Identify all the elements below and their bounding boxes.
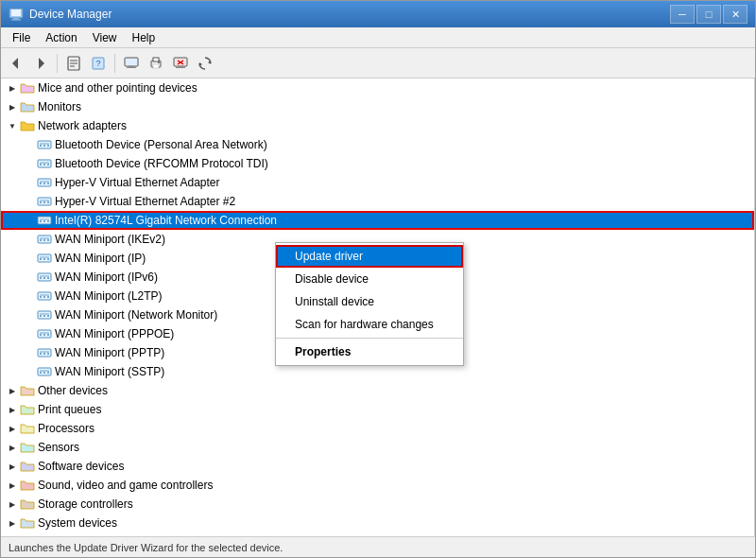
svg-marker-27 (199, 62, 202, 66)
svg-point-51 (43, 220, 45, 222)
svg-marker-4 (12, 58, 18, 69)
maximize-button[interactable]: □ (696, 5, 721, 24)
tree-item-print[interactable]: ▶ Print queues (1, 400, 754, 419)
menu-item-file[interactable]: File (5, 29, 38, 46)
expander-network[interactable]: ▼ (5, 118, 20, 133)
tree-item-hyper2[interactable]: Hyper-V Virtual Ethernet Adapter #2 (1, 192, 754, 211)
device-tree[interactable]: ▶ Mice and other pointing devices▶ Monit… (1, 78, 755, 536)
tree-item-processors[interactable]: ▶ Processors (1, 419, 754, 438)
menu-item-action[interactable]: Action (38, 29, 84, 46)
context-menu-item-disable[interactable]: Disable device (276, 268, 463, 290)
svg-rect-3 (11, 20, 21, 21)
svg-rect-24 (178, 66, 183, 67)
context-menu-item-uninstall[interactable]: Uninstall device (276, 290, 463, 313)
label-wan8: WAN Miniport (SSTP) (55, 365, 164, 378)
icon-intel (37, 213, 52, 228)
label-hyper1: Hyper-V Virtual Ethernet Adapter (55, 176, 220, 189)
svg-point-31 (43, 145, 45, 147)
expander-sensors[interactable]: ▶ (5, 440, 20, 455)
svg-point-86 (43, 353, 45, 355)
print-button[interactable] (145, 52, 167, 75)
svg-point-77 (47, 315, 49, 317)
close-button[interactable]: ✕ (723, 5, 747, 24)
icon-software (20, 459, 35, 474)
expander-processors[interactable]: ▶ (5, 421, 20, 436)
svg-point-42 (47, 183, 49, 184)
svg-point-71 (43, 296, 45, 298)
icon-wan3 (37, 270, 52, 285)
device-icon-button[interactable] (120, 52, 143, 75)
tree-item-intel[interactable]: Intel(R) 82574L Gigabit Network Connecti… (1, 211, 754, 230)
toolbar-sep-1 (57, 54, 58, 73)
expander-software[interactable]: ▶ (5, 459, 20, 474)
tree-item-software[interactable]: ▶ Software devices (1, 457, 754, 476)
context-menu-item-properties[interactable]: Properties (276, 340, 463, 363)
svg-point-57 (47, 239, 49, 241)
tree-item-bluetooth1[interactable]: Bluetooth Device (Personal Area Network) (1, 135, 754, 154)
svg-point-72 (47, 296, 49, 298)
context-menu-item-update[interactable]: Update driver (276, 245, 463, 268)
label-wan6: WAN Miniport (PPPOE) (55, 327, 174, 340)
svg-point-90 (40, 372, 42, 374)
properties-button[interactable] (62, 52, 85, 75)
svg-point-37 (47, 164, 49, 166)
icon-usb (20, 534, 35, 536)
icon-wan7 (37, 345, 52, 360)
svg-point-81 (43, 334, 45, 336)
back-button[interactable] (5, 52, 27, 75)
context-menu-item-scan[interactable]: Scan for hardware changes (276, 313, 463, 336)
expander-usb[interactable]: ▶ (5, 534, 20, 536)
expander-system[interactable]: ▶ (5, 515, 20, 531)
tree-item-storage[interactable]: ▶ Storage controllers (1, 495, 754, 514)
icon-wan5 (37, 307, 52, 323)
svg-point-91 (43, 372, 45, 374)
tree-item-bluetooth2[interactable]: Bluetooth Device (RFCOMM Protocol TDI) (1, 154, 754, 173)
toolbar-sep-2 (114, 54, 115, 73)
expander-other[interactable]: ▶ (5, 383, 20, 398)
label-processors: Processors (38, 422, 94, 435)
expander-storage[interactable]: ▶ (5, 497, 20, 512)
label-bluetooth1: Bluetooth Device (Personal Area Network) (55, 138, 267, 151)
expander-sound[interactable]: ▶ (5, 478, 20, 493)
tree-item-usb[interactable]: ▶ Universal Serial Bus controllers (1, 532, 754, 536)
svg-rect-13 (126, 59, 137, 65)
tree-item-sensors[interactable]: ▶ Sensors (1, 438, 754, 457)
expander-mice[interactable]: ▶ (5, 80, 20, 96)
tree-item-hyper1[interactable]: Hyper-V Virtual Ethernet Adapter (1, 173, 754, 192)
label-wan3: WAN Miniport (IPv6) (55, 270, 158, 284)
icon-wan2 (37, 251, 52, 266)
icon-sensors (20, 440, 35, 455)
icon-network (20, 118, 35, 133)
expander-print[interactable]: ▶ (5, 402, 20, 417)
delete-button[interactable] (169, 52, 192, 75)
window-icon (9, 7, 24, 22)
tree-item-monitors[interactable]: ▶ Monitors (1, 97, 754, 116)
svg-point-46 (43, 201, 45, 203)
tree-item-network[interactable]: ▼ Network adapters (1, 116, 754, 135)
svg-point-82 (47, 334, 49, 336)
update-driver-button[interactable]: ? (87, 52, 110, 75)
icon-hyper1 (37, 175, 52, 190)
tree-item-system[interactable]: ▶ System devices (1, 514, 754, 532)
context-menu-separator (276, 338, 463, 339)
tree-item-mice[interactable]: ▶ Mice and other pointing devices (1, 78, 754, 97)
forward-button[interactable] (29, 52, 52, 75)
svg-point-62 (47, 258, 49, 260)
label-sensors: Sensors (38, 441, 79, 454)
svg-point-70 (40, 296, 42, 298)
tree-item-sound[interactable]: ▶ Sound, video and game controllers (1, 476, 754, 495)
label-software: Software devices (38, 460, 124, 473)
menu-item-help[interactable]: Help (125, 29, 163, 46)
icon-hyper2 (37, 194, 52, 209)
menu-item-view[interactable]: View (85, 29, 125, 46)
icon-wan1 (37, 232, 52, 247)
tree-item-other[interactable]: ▶ Other devices (1, 381, 754, 400)
refresh-button[interactable] (194, 52, 216, 75)
context-menu: Update driverDisable deviceUninstall dev… (275, 242, 464, 366)
expander-monitors[interactable]: ▶ (5, 99, 20, 114)
label-wan4: WAN Miniport (L2TP) (55, 289, 163, 303)
minimize-button[interactable]: ─ (670, 5, 695, 24)
titlebar: Device Manager ─ □ ✕ (1, 1, 755, 27)
svg-rect-14 (129, 66, 134, 67)
svg-point-36 (43, 164, 45, 166)
